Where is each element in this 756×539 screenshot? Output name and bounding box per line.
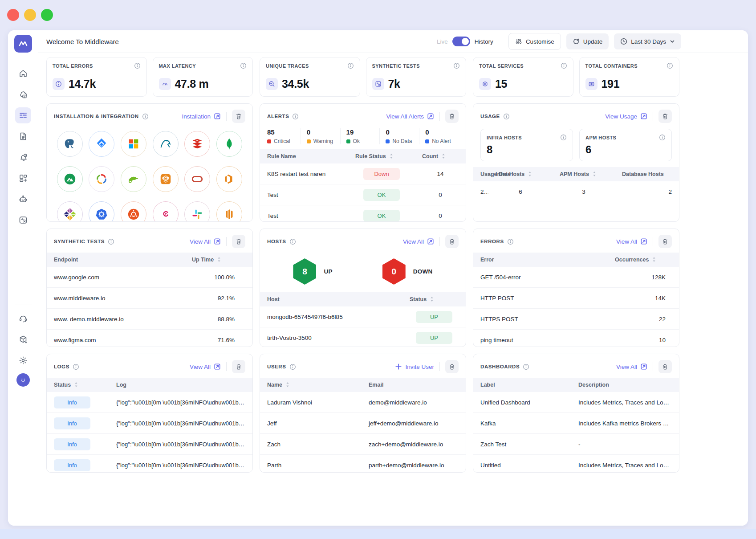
invite-user-button[interactable]: Invite User [395,363,434,370]
kubernetes-icon[interactable] [89,201,114,222]
info-icon[interactable] [503,113,510,120]
column-infra-hosts[interactable]: Infra Hosts [488,167,553,181]
column-status[interactable]: Status [402,292,466,306]
green-mountain-icon[interactable] [57,166,83,192]
update-button[interactable]: Update [566,33,609,49]
info-icon[interactable] [507,238,514,245]
view-all-link[interactable]: View All [190,363,221,370]
debian-icon[interactable] [153,201,179,222]
column-endpoint[interactable]: Endpoint [47,253,185,267]
column-rule-status[interactable]: Rule Status [348,149,415,163]
maximize-traffic-light[interactable] [41,9,53,21]
app-window: Welcome To Middleware Live History Custo… [8,30,748,526]
column-email[interactable]: Email [362,378,466,392]
column-up-time[interactable]: Up Time [185,253,252,267]
remove-widget-button[interactable] [658,110,672,123]
oracle-icon[interactable] [184,166,210,192]
info-icon[interactable] [667,62,673,69]
slack-icon[interactable] [184,201,210,222]
info-icon[interactable] [142,113,149,120]
sidebar-item-packages[interactable] [15,331,31,347]
column-usage-date[interactable]: Usage Date [473,167,488,181]
info-icon[interactable] [560,134,567,141]
info-icon[interactable] [659,134,666,141]
trash-icon [235,363,242,370]
remove-widget-button[interactable] [445,110,459,123]
remove-widget-button[interactable] [658,360,672,373]
remove-widget-button[interactable] [232,235,245,248]
column-label[interactable]: Label [473,378,571,392]
hosts-down-group: 0 DOWN [382,258,433,285]
minimize-traffic-light[interactable] [24,9,36,21]
column-count[interactable]: Count [415,149,466,163]
table-row: HTTP POST14K [473,288,679,309]
monkey-icon[interactable] [153,166,179,192]
sort-icon [389,153,394,159]
column-host[interactable]: Host [260,292,402,306]
page-header: Welcome To Middleware Live History Custo… [38,30,748,53]
info-icon[interactable] [73,363,79,370]
column-name[interactable]: Name [260,378,362,392]
middleware-logo[interactable] [14,35,32,53]
installation-link[interactable]: Installation [182,113,221,120]
user-avatar[interactable] [16,373,30,387]
column-description[interactable]: Description [571,378,679,392]
sidebar-item-apm[interactable] [15,107,31,123]
sidebar-item-bot[interactable] [15,191,31,207]
info-icon[interactable] [561,62,567,69]
aws-ecs-icon[interactable] [216,166,242,192]
pinwheel-icon[interactable] [89,166,114,192]
column-database-hosts[interactable]: Database Hosts [615,167,679,181]
sidebar-item-settings[interactable] [15,352,31,368]
info-icon[interactable] [134,62,141,69]
info-icon[interactable] [108,238,114,245]
remove-widget-button[interactable] [232,110,245,123]
column-apm-hosts[interactable]: APM Hosts [553,167,615,181]
sidebar-item-alerts[interactable] [15,149,31,165]
view-all-link[interactable]: View All [616,238,647,245]
info-icon[interactable] [240,62,247,69]
mongodb-icon[interactable] [216,131,242,157]
column-log[interactable]: Log [109,378,252,392]
suse-chameleon-icon[interactable] [121,166,146,192]
remove-widget-button[interactable] [232,360,245,373]
live-history-toggle[interactable] [452,37,470,46]
microsoft-icon[interactable] [121,131,146,157]
column-error[interactable]: Error [473,253,608,267]
column-rule-name[interactable]: Rule Name [260,149,348,163]
remove-widget-button[interactable] [445,235,459,248]
sidebar-item-logs[interactable] [15,128,31,144]
external-link-icon [214,363,221,370]
customise-button[interactable]: Customise [508,33,561,50]
close-traffic-light[interactable] [7,9,19,21]
info-icon[interactable] [453,62,460,69]
postgresql-icon[interactable] [57,131,83,157]
info-icon[interactable] [347,62,354,69]
remove-widget-button[interactable] [445,360,459,373]
info-icon[interactable] [289,363,296,370]
view-all-link[interactable]: View All [616,363,647,370]
sidebar-item-dashboards[interactable] [15,170,31,186]
centos-icon[interactable] [57,201,83,222]
view-all-link[interactable]: View All [403,238,434,245]
info-icon[interactable] [523,363,529,370]
aws-s3-icon[interactable] [216,201,242,222]
column-occurrences[interactable]: Occurrences [608,253,679,267]
view-all-link[interactable]: View All [190,238,221,245]
info-icon[interactable] [289,238,296,245]
usage-card-apm-hosts: APM HOSTS 6 [579,129,672,161]
view-all-alerts-link[interactable]: View All Alerts [386,113,434,120]
info-icon[interactable] [292,113,299,120]
sidebar-item-home[interactable] [15,65,31,82]
redis-icon[interactable] [184,131,210,157]
time-range-dropdown[interactable]: Last 30 Days [614,33,681,49]
ubuntu-icon[interactable] [121,201,146,222]
sidebar-item-synthetic[interactable] [15,212,31,228]
remove-widget-button[interactable] [658,235,672,248]
view-usage-link[interactable]: View Usage [605,113,647,120]
column-status[interactable]: Status [47,378,109,392]
mysql-icon[interactable] [153,131,179,157]
sidebar-item-support[interactable] [15,310,31,327]
sidebar-item-infrastructure[interactable] [15,86,31,102]
jira-icon[interactable] [89,131,114,157]
